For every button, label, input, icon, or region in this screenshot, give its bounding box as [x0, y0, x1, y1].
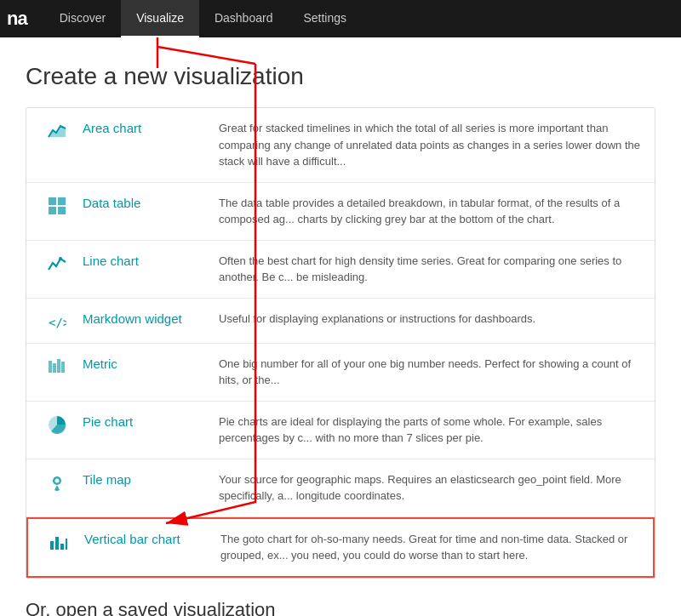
visualization-list: Area chart Great for stacked timelines i… — [26, 107, 655, 579]
metric-icon — [40, 357, 74, 376]
svg-point-13 — [55, 478, 60, 482]
svg-rect-16 — [60, 544, 64, 550]
svg-rect-2 — [58, 197, 66, 205]
viz-desc-tilemap: Your source for geographic maps. Require… — [219, 471, 641, 505]
viz-name-markdown: Markdown widget — [83, 311, 219, 326]
svg-rect-15 — [55, 537, 59, 550]
svg-rect-4 — [58, 207, 66, 214]
svg-text:</>: </> — [49, 316, 66, 329]
viz-name-area: Area chart — [83, 121, 219, 135]
pie-chart-icon — [40, 415, 74, 434]
viz-item-tilemap[interactable]: Tile map Your source for geographic maps… — [26, 459, 655, 517]
svg-rect-1 — [49, 197, 56, 205]
viz-desc-area: Great for stacked timelines in which the… — [219, 120, 641, 170]
page-title: Create a new visualization — [26, 63, 655, 90]
viz-item-pie[interactable]: Pie chart Pie charts are ideal for displ… — [26, 402, 655, 459]
viz-desc-line: Often the best chart for high density ti… — [219, 253, 641, 286]
viz-name-vbar: Vertical bar chart — [84, 532, 220, 546]
viz-desc-metric: One big number for all of your one big n… — [219, 356, 641, 389]
nav-settings[interactable]: Settings — [288, 0, 362, 37]
section-bottom-title: Or, open a saved visualization — [26, 599, 655, 617]
viz-desc-pie: Pie charts are ideal for displaying the … — [219, 414, 641, 447]
svg-rect-14 — [50, 541, 54, 550]
area-chart-icon — [40, 122, 74, 140]
viz-name-datatable: Data table — [83, 196, 219, 210]
viz-desc-markdown: Useful for displaying explanations or in… — [219, 311, 641, 328]
svg-rect-7 — [49, 361, 52, 373]
viz-name-pie: Pie chart — [83, 414, 219, 429]
viz-name-metric: Metric — [83, 356, 219, 371]
viz-name-line: Line chart — [83, 254, 219, 268]
viz-item-area[interactable]: Area chart Great for stacked timelines i… — [26, 108, 655, 183]
vbar-chart-icon — [42, 533, 76, 551]
svg-rect-10 — [61, 362, 65, 373]
navbar: na Discover Visualize Dashboard Settings — [0, 0, 681, 37]
line-chart-icon — [40, 254, 74, 273]
nav-visualize[interactable]: Visualize — [121, 0, 199, 37]
main-content: Create a new visualization Area chart Gr… — [0, 37, 681, 616]
viz-name-tilemap: Tile map — [83, 472, 219, 487]
viz-item-vbar[interactable]: Vertical bar chart The goto chart for oh… — [26, 517, 655, 578]
viz-desc-datatable: The data table provides a detailed break… — [219, 195, 641, 228]
svg-rect-3 — [49, 207, 56, 214]
svg-rect-8 — [53, 363, 56, 373]
nav-items: Discover Visualize Dashboard Settings — [44, 0, 362, 37]
viz-item-markdown[interactable]: </> Markdown widget Useful for displayin… — [26, 299, 655, 344]
nav-dashboard[interactable]: Dashboard — [199, 0, 289, 37]
svg-point-5 — [59, 257, 62, 260]
markdown-icon: </> — [40, 312, 74, 331]
viz-item-line[interactable]: Line chart Often the best chart for high… — [26, 241, 655, 299]
tilemap-icon — [40, 473, 74, 492]
svg-rect-9 — [57, 359, 60, 373]
svg-rect-17 — [66, 539, 67, 550]
viz-item-datatable[interactable]: Data table The data table provides a det… — [26, 183, 655, 241]
nav-discover[interactable]: Discover — [44, 0, 121, 37]
viz-item-metric[interactable]: Metric One big number for all of your on… — [26, 344, 655, 402]
viz-desc-vbar: The goto chart for oh-so-many needs. Gre… — [220, 531, 639, 564]
app-logo: na — [7, 8, 27, 30]
data-table-icon — [40, 197, 74, 215]
